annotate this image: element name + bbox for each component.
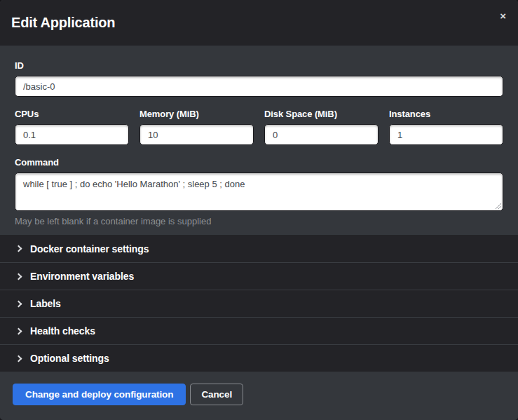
chevron-right-icon: [15, 300, 22, 307]
chevron-right-icon: [15, 355, 22, 362]
section-environment-variables[interactable]: Environment variables: [0, 262, 518, 290]
section-label: Environment variables: [30, 271, 134, 282]
command-label: Command: [15, 157, 503, 168]
modal-header: Edit Application ×: [0, 0, 518, 46]
resources-row: CPUs Memory (MiB) Disk Space (MiB) Insta…: [15, 109, 503, 145]
disk-input[interactable]: [264, 124, 379, 145]
chevron-right-icon: [15, 327, 22, 334]
command-field-group: Command while [ true ] ; do echo 'Hello …: [15, 157, 503, 226]
id-label: ID: [15, 60, 503, 71]
close-icon[interactable]: ×: [497, 8, 509, 24]
section-label: Docker container settings: [30, 243, 149, 255]
edit-application-modal: Edit Application × ID CPUs Memory (MiB) …: [0, 0, 518, 420]
memory-input[interactable]: [139, 124, 254, 145]
disk-label: Disk Space (MiB): [264, 109, 379, 119]
section-health-checks[interactable]: Health checks: [0, 317, 518, 344]
command-help-text: May be left blank if a container image i…: [15, 216, 503, 226]
cpus-input[interactable]: [15, 124, 129, 145]
collapsible-sections: Docker container settings Environment va…: [0, 235, 518, 372]
instances-field-group: Instances: [389, 109, 503, 145]
section-optional-settings[interactable]: Optional settings: [0, 344, 518, 372]
section-docker-container-settings[interactable]: Docker container settings: [0, 235, 518, 262]
cancel-button[interactable]: Cancel: [190, 384, 243, 405]
instances-label: Instances: [389, 109, 503, 119]
section-label: Health checks: [30, 325, 95, 337]
section-label: Labels: [30, 298, 61, 309]
section-labels[interactable]: Labels: [0, 290, 518, 317]
disk-field-group: Disk Space (MiB): [264, 109, 379, 145]
command-textarea[interactable]: while [ true ] ; do echo 'Hello Marathon…: [15, 172, 503, 211]
cpus-field-group: CPUs: [15, 109, 129, 145]
id-input[interactable]: [15, 76, 503, 97]
command-textarea-wrap: while [ true ] ; do echo 'Hello Marathon…: [15, 172, 503, 211]
chevron-right-icon: [15, 245, 22, 252]
memory-field-group: Memory (MiB): [139, 109, 254, 145]
application-form: ID CPUs Memory (MiB) Disk Space (MiB) In…: [0, 46, 518, 235]
page-title: Edit Application: [11, 15, 115, 31]
id-field-group: ID: [15, 60, 503, 97]
section-label: Optional settings: [30, 353, 109, 364]
cpus-label: CPUs: [15, 109, 129, 119]
chevron-right-icon: [15, 273, 22, 280]
change-and-deploy-button[interactable]: Change and deploy configuration: [13, 384, 186, 405]
instances-input[interactable]: [389, 124, 503, 145]
modal-footer: Change and deploy configuration Cancel: [0, 372, 518, 420]
memory-label: Memory (MiB): [139, 109, 254, 119]
